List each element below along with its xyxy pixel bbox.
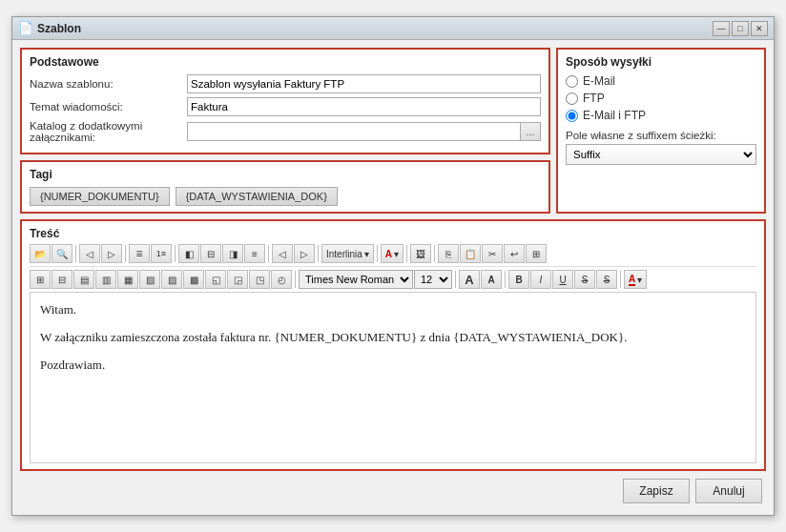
font-color-button[interactable]: A ▾ <box>624 270 647 289</box>
catalog-input-group: ... <box>187 122 541 141</box>
subject-input[interactable] <box>187 97 541 116</box>
strikethrough2-button[interactable]: S <box>596 270 617 289</box>
minimize-button[interactable]: — <box>713 21 730 36</box>
tag-data-wystawienia-button[interactable]: {DATA_WYSTAWIENIA_DOK} <box>176 187 338 206</box>
special-button[interactable]: ⊞ <box>526 244 547 263</box>
table-btn-11[interactable]: ◳ <box>249 270 270 289</box>
radio-ftp-row: FTP <box>566 92 756 105</box>
table-btn-8[interactable]: ▩ <box>183 270 204 289</box>
align-center-button[interactable]: ⊟ <box>200 244 221 263</box>
copy-button[interactable]: ⎘ <box>438 244 459 263</box>
maximize-button[interactable]: □ <box>732 21 749 36</box>
table-btn-10[interactable]: ◲ <box>227 270 248 289</box>
tags-panel-title: Tagi <box>30 168 541 181</box>
radio-email-ftp[interactable] <box>566 110 578 122</box>
cut-button[interactable]: ✂ <box>482 244 503 263</box>
subject-row: Temat wiadomości: <box>30 97 541 116</box>
sep5 <box>318 245 319 262</box>
underline-button[interactable]: U <box>552 270 573 289</box>
editor-line-3: Pozdrawiam. <box>40 356 746 376</box>
undo-button[interactable]: ◁ <box>79 244 100 263</box>
color-a-icon: A <box>385 249 392 259</box>
radio-email[interactable] <box>566 75 578 88</box>
table-btn-2[interactable]: ⊟ <box>52 270 72 289</box>
sep8 <box>434 245 435 262</box>
browse-button[interactable]: ... <box>520 122 541 141</box>
table-btn-12[interactable]: ◴ <box>271 270 292 289</box>
indent-less-button[interactable]: ◁ <box>272 244 293 263</box>
catalog-input[interactable] <box>187 122 520 141</box>
radio-email-ftp-row: E-Mail i FTP <box>566 109 756 122</box>
toolbar2: ⊞ ⊟ ▤ ▥ ▦ ▧ ▨ ▩ ◱ ◲ ◳ ◴ Times New Roman … <box>30 270 756 289</box>
editor-line-2: W załączniku zamieszczona została faktur… <box>40 328 746 348</box>
insert-image-button[interactable]: 🖼 <box>410 244 431 263</box>
sep6 <box>377 245 378 262</box>
tags-row: {NUMER_DOKUMENTU} {DATA_WYSTAWIENIA_DOK} <box>30 187 541 206</box>
catalog-label: Katalog z dodatkowymi załącznikami: <box>30 120 187 143</box>
table-btn-3[interactable]: ▤ <box>73 270 94 289</box>
font-size-select[interactable]: 12 10 14 16 <box>414 270 452 289</box>
tresc-panel: Treść 📂 🔍 ◁ ▷ ≡ 1≡ ◧ ⊟ ◨ ≡ ◁ ▷ <box>20 219 766 471</box>
basic-panel: Podstawowe Nazwa szablonu: Temat wiadomo… <box>20 48 550 154</box>
table-btn-6[interactable]: ▧ <box>139 270 160 289</box>
radio-email-ftp-label: E-Mail i FTP <box>583 109 646 122</box>
font-name-select[interactable]: Times New Roman Arial <box>299 270 413 289</box>
list-ol-button[interactable]: 1≡ <box>151 244 172 263</box>
table-btn-1[interactable]: ⊞ <box>30 270 51 289</box>
suffix-select[interactable]: Suffix <box>566 144 756 165</box>
color-dropdown-button[interactable]: A ▾ <box>381 244 403 263</box>
align-left-button[interactable]: ◧ <box>178 244 199 263</box>
window-body: Podstawowe Nazwa szablonu: Temat wiadomo… <box>12 40 774 515</box>
indent-more-button[interactable]: ▷ <box>294 244 315 263</box>
titlebar-buttons: — □ ✕ <box>713 21 768 36</box>
window-title: Szablon <box>37 22 81 35</box>
sep1 <box>75 245 76 262</box>
interlinia-button[interactable]: Interlinia ▾ <box>321 244 374 263</box>
tag-numer-dokumentu-button[interactable]: {NUMER_DOKUMENTU} <box>30 187 170 206</box>
font-shrink-button[interactable]: A <box>481 270 502 289</box>
align-right-button[interactable]: ◨ <box>222 244 243 263</box>
radio-ftp-label: FTP <box>583 92 605 105</box>
interlinia-arrow-icon: ▾ <box>364 249 369 259</box>
sposob-panel-title: Sposób wysyłki <box>566 55 756 69</box>
undo3-button[interactable]: ↩ <box>504 244 525 263</box>
template-name-input[interactable] <box>187 74 541 93</box>
list-ul-button[interactable]: ≡ <box>129 244 150 263</box>
font-color-a-icon: A <box>629 274 635 286</box>
bold-button[interactable]: B <box>508 270 529 289</box>
strikethrough-button[interactable]: S <box>574 270 595 289</box>
basic-panel-title: Podstawowe <box>30 55 541 69</box>
titlebar-left: 📄 Szablon <box>18 21 81 35</box>
tresc-title: Treść <box>30 227 756 240</box>
sep4 <box>268 245 269 262</box>
editor-line-1: Witam. <box>40 300 746 320</box>
font-grow-button[interactable]: A <box>459 270 480 289</box>
catalog-row: Katalog z dodatkowymi załącznikami: ... <box>30 120 541 143</box>
table-btn-7[interactable]: ▨ <box>161 270 182 289</box>
main-window: 📄 Szablon — □ ✕ Podstawowe Nazwa szablon… <box>11 16 775 516</box>
search-button[interactable]: 🔍 <box>52 244 72 263</box>
save-button[interactable]: Zapisz <box>623 479 690 503</box>
toolbar1: 📂 🔍 ◁ ▷ ≡ 1≡ ◧ ⊟ ◨ ≡ ◁ ▷ Interlinia <box>30 244 756 267</box>
window-icon: 📄 <box>18 21 33 35</box>
sep12 <box>620 271 621 288</box>
close-button[interactable]: ✕ <box>751 21 768 36</box>
justify-button[interactable]: ≡ <box>244 244 265 263</box>
table-btn-5[interactable]: ▦ <box>117 270 138 289</box>
left-panels: Podstawowe Nazwa szablonu: Temat wiadomo… <box>20 48 550 214</box>
table-btn-9[interactable]: ◱ <box>205 270 226 289</box>
table-btn-4[interactable]: ▥ <box>95 270 116 289</box>
radio-ftp[interactable] <box>566 92 578 105</box>
sep10 <box>455 271 456 288</box>
paste-button[interactable]: 📋 <box>460 244 481 263</box>
subject-label: Temat wiadomości: <box>30 101 187 113</box>
editor-area[interactable]: Witam. W załączniku zamieszczona została… <box>30 292 756 463</box>
interlinia-label: Interlinia <box>326 249 362 259</box>
titlebar: 📄 Szablon — □ ✕ <box>12 17 774 40</box>
cancel-button[interactable]: Anuluj <box>695 479 762 503</box>
redo-button[interactable]: ▷ <box>101 244 122 263</box>
template-name-label: Nazwa szablonu: <box>30 78 187 90</box>
open-file-button[interactable]: 📂 <box>30 244 51 263</box>
tags-panel: Tagi {NUMER_DOKUMENTU} {DATA_WYSTAWIENIA… <box>20 160 550 214</box>
italic-button[interactable]: I <box>530 270 551 289</box>
